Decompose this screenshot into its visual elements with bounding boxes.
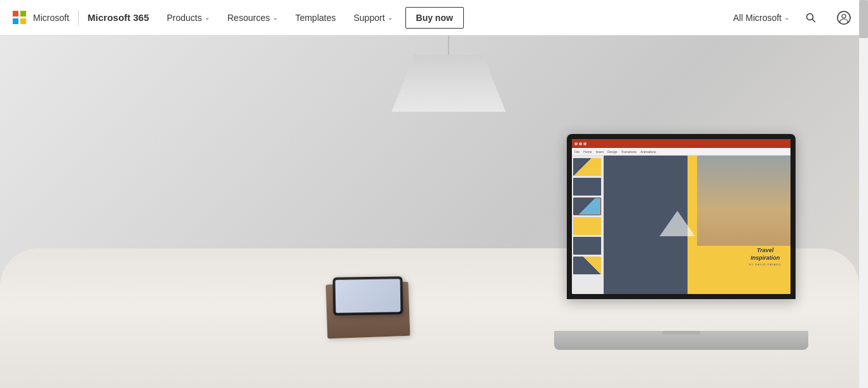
nav-resources[interactable]: Resources ⌄: [220, 8, 285, 28]
phone-notebook-group: [327, 283, 409, 337]
slide-title-line1: Travel: [749, 247, 781, 255]
hero-section: File Home Insert Design Transitions Anim…: [0, 36, 859, 388]
products-label: Products: [167, 13, 202, 23]
slide-thumb-2: [573, 178, 601, 196]
all-microsoft-link[interactable]: All Microsoft ⌄: [733, 13, 789, 23]
search-icon: [806, 13, 816, 23]
toolbar-dot: [579, 142, 582, 145]
slides-panel: [572, 156, 604, 294]
laptop-screen: File Home Insert Design Transitions Anim…: [572, 139, 790, 294]
slide-subtitle: BY DAVID PAVANO: [749, 263, 781, 266]
ppt-toolbar: [572, 139, 790, 148]
navbar: Microsoft Microsoft 365 Products ⌄ Resou…: [0, 0, 868, 36]
nav-support[interactable]: Support ⌄: [346, 8, 400, 28]
ribbon-tab: Design: [607, 150, 618, 154]
all-microsoft-chevron: ⌄: [784, 14, 789, 21]
profile-button[interactable]: [832, 6, 855, 29]
resources-label: Resources: [227, 13, 270, 23]
microsoft-wordmark: Microsoft: [33, 13, 69, 23]
laptop: File Home Insert Design Transitions Anim…: [554, 134, 808, 350]
microsoft-logo: [13, 11, 27, 25]
laptop-screen-wrapper: File Home Insert Design Transitions Anim…: [567, 134, 796, 299]
slide-thumb-1: [573, 158, 601, 176]
lamp-decoration: [391, 36, 506, 112]
laptop-base: [554, 331, 808, 350]
slide-thumb-6: [573, 257, 601, 274]
lamp-cord: [448, 36, 449, 55]
nav-divider: [78, 10, 79, 25]
logo-sq-yellow: [20, 18, 26, 24]
toolbar-dot: [574, 142, 578, 145]
ppt-body: Travel Inspiration BY DAVID PAVANO: [572, 156, 790, 294]
templates-label: Templates: [295, 13, 336, 23]
brand-logo-link[interactable]: Microsoft: [13, 11, 69, 25]
products-chevron: ⌄: [205, 14, 210, 21]
resources-chevron: ⌄: [273, 14, 278, 21]
scrollbar-track[interactable]: [859, 0, 868, 388]
all-microsoft-label: All Microsoft: [733, 13, 782, 23]
hero-background: File Home Insert Design Transitions Anim…: [0, 36, 859, 388]
buy-now-button[interactable]: Buy now: [405, 7, 464, 29]
nav-right: All Microsoft ⌄: [733, 6, 855, 29]
svg-line-1: [813, 19, 815, 22]
ribbon-tab: Animations: [641, 150, 656, 154]
ribbon-tab: File: [574, 150, 580, 154]
ribbon-tab: Home: [583, 150, 592, 154]
ppt-ribbon: File Home Insert Design Transitions Anim…: [572, 148, 790, 156]
support-chevron: ⌄: [388, 14, 393, 21]
svg-point-3: [842, 14, 846, 18]
support-label: Support: [353, 13, 384, 23]
ribbon-tab: Transitions: [621, 150, 637, 154]
nav-templates[interactable]: Templates: [288, 8, 344, 28]
slide-thumb-4: [573, 217, 601, 235]
slide-text-block: Travel Inspiration BY DAVID PAVANO: [749, 247, 781, 266]
slide-triangle: [660, 211, 695, 236]
phone-screen: [335, 279, 400, 313]
toolbar-dot: [583, 142, 587, 145]
logo-sq-blue: [13, 18, 18, 24]
scrollbar-thumb[interactable]: [859, 0, 868, 38]
ribbon-tab: Insert: [595, 150, 604, 154]
product-name: Microsoft 365: [88, 12, 149, 23]
search-button[interactable]: [799, 6, 822, 29]
slide-thumb-5: [573, 237, 601, 255]
slide-title-line2: Inspiration: [749, 255, 781, 262]
logo-sq-red: [13, 11, 18, 17]
profile-icon: [837, 11, 851, 25]
slide-building-image: [697, 156, 790, 246]
slide-thumb-3: [573, 197, 601, 215]
main-slide: Travel Inspiration BY DAVID PAVANO: [604, 156, 790, 294]
nav-products[interactable]: Products ⌄: [159, 8, 217, 28]
nav-links: Products ⌄ Resources ⌄ Templates Support…: [159, 7, 464, 29]
lamp-shade: [391, 55, 506, 112]
phone: [332, 276, 403, 316]
logo-sq-green: [20, 11, 26, 17]
laptop-hinge: [662, 331, 700, 335]
